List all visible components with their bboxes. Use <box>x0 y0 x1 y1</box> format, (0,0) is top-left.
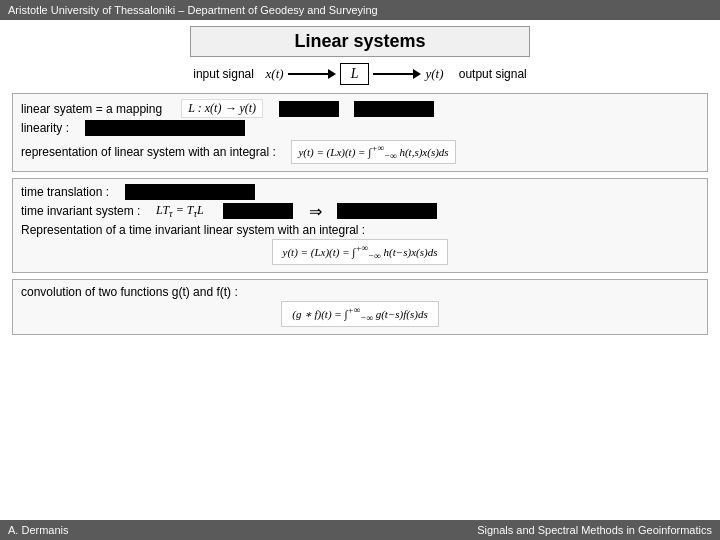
redacted-1 <box>279 101 339 117</box>
representation-label: representation of linear system with an … <box>21 145 276 159</box>
integral-formula-1: y(t) = (Lx)(t) = ∫+∞−∞ h(t,s)x(s)ds <box>291 140 455 164</box>
redacted-time-translation <box>125 184 255 200</box>
header-label: Aristotle University of Thessaloniki – D… <box>8 4 378 16</box>
output-signal-label: output signal <box>459 67 527 81</box>
linear-system-row: linear syatem = a mapping L : x(t) → y(t… <box>21 99 699 118</box>
integral-formula-2: y(t) = (Lx)(t) = ∫+∞−∞ h(t−s)x(s)ds <box>272 239 449 265</box>
signal-xt: x(t) <box>266 66 284 82</box>
signal-row: input signal x(t) L y(t) output signal <box>0 63 720 85</box>
integral-formula-2-container: y(t) = (Lx)(t) = ∫+∞−∞ h(t−s)x(s)ds <box>21 239 699 265</box>
convolution-row: convolution of two functions g(t) and f(… <box>21 285 699 299</box>
implies-symbol: ⇒ <box>309 202 322 221</box>
convolution-label: convolution of two functions g(t) and f(… <box>21 285 238 299</box>
redacted-ti-1 <box>223 203 293 219</box>
time-invariant-label: time invariant system : <box>21 204 140 218</box>
header-bar: Aristotle University of Thessaloniki – D… <box>0 0 720 20</box>
section-linear-system: linear syatem = a mapping L : x(t) → y(t… <box>12 93 708 172</box>
section-convolution: convolution of two functions g(t) and f(… <box>12 279 708 335</box>
section-time-invariant: time translation : time invariant system… <box>12 178 708 273</box>
mapping-formula: L : x(t) → y(t) <box>181 99 263 118</box>
time-translation-label: time translation : <box>21 185 109 199</box>
main-content: linear syatem = a mapping L : x(t) → y(t… <box>0 93 720 335</box>
ltt-formula: LTτ = TτL <box>156 203 204 219</box>
system-block: L <box>340 63 370 85</box>
convolution-formula: (g ∗ f)(t) = ∫+∞−∞ g(t−s)f(s)ds <box>281 301 438 327</box>
arrow-left <box>288 69 336 79</box>
input-signal-label: input signal <box>193 67 254 81</box>
representation-invariant-row: Representation of a time invariant linea… <box>21 223 699 237</box>
footer-left: A. Dermanis <box>8 524 69 536</box>
redacted-linearity <box>85 120 245 136</box>
convolution-formula-container: (g ∗ f)(t) = ∫+∞−∞ g(t−s)f(s)ds <box>21 301 699 327</box>
linearity-row: linearity : <box>21 120 699 136</box>
signal-yt: y(t) <box>425 66 443 82</box>
title-box: Linear systems <box>190 26 530 57</box>
redacted-ti-2 <box>337 203 437 219</box>
redacted-2 <box>354 101 434 117</box>
footer: A. Dermanis Signals and Spectral Methods… <box>0 520 720 540</box>
representation-invariant-label: Representation of a time invariant linea… <box>21 223 365 237</box>
page-title: Linear systems <box>294 31 425 51</box>
time-translation-row: time translation : <box>21 184 699 200</box>
linear-system-label: linear syatem = a mapping <box>21 102 162 116</box>
time-invariant-row: time invariant system : LTτ = TτL ⇒ <box>21 202 699 221</box>
footer-right: Signals and Spectral Methods in Geoinfor… <box>477 524 712 536</box>
arrow-right <box>373 69 421 79</box>
linearity-label: linearity : <box>21 121 69 135</box>
representation-row: representation of linear system with an … <box>21 140 699 164</box>
